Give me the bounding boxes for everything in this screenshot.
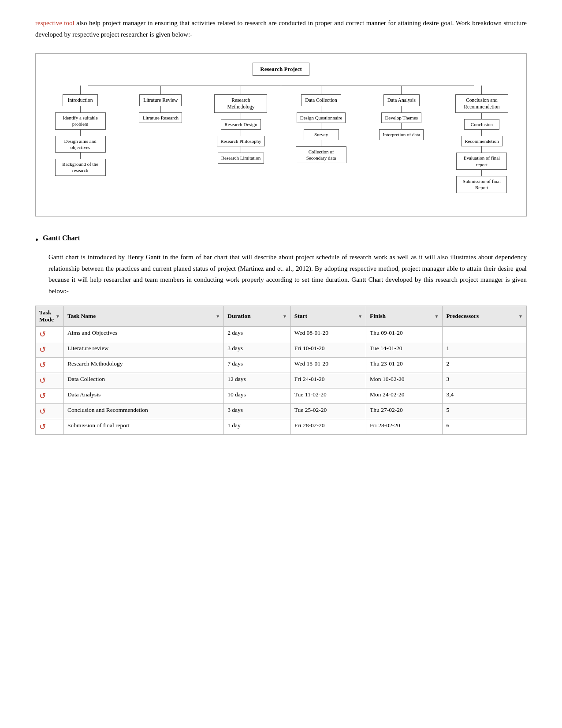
duration-cell-0: 2 days xyxy=(224,327,291,342)
wbs-child-2-0: Research Design xyxy=(221,119,261,130)
start-cell-1: Fri 10-01-20 xyxy=(290,342,366,358)
gantt-body-text: Gantt chart is introduced by Henry Gantt… xyxy=(48,252,527,297)
wbs-child-2-2: Research Limitation xyxy=(218,153,264,163)
duration-cell-2: 7 days xyxy=(224,358,291,373)
wbs-l1-node-1: Litrature Review xyxy=(139,94,182,106)
duration-cell-6: 1 day xyxy=(224,419,291,435)
th-duration: Duration▼ xyxy=(224,306,291,327)
start-cell-6: Fri 28-02-20 xyxy=(290,419,366,435)
wbs-child-4-0: Develop Themes xyxy=(381,112,421,123)
duration-cell-5: 3 days xyxy=(224,404,291,419)
wbs-child-0-1: Design aims and objectives xyxy=(55,136,106,153)
duration-cell-4: 10 days xyxy=(224,388,291,404)
sort-arrow-task_name[interactable]: ▼ xyxy=(216,314,220,319)
duration-cell-3: 12 days xyxy=(224,373,291,388)
sort-arrow-task_mode[interactable]: ▼ xyxy=(56,314,60,319)
sort-arrow-finish[interactable]: ▼ xyxy=(434,314,439,319)
duration-cell-1: 3 days xyxy=(224,342,291,358)
wbs-col-0: IntroductionIdentify a suitable problemD… xyxy=(40,86,120,176)
task-mode-icon-1: ↺ xyxy=(39,345,46,354)
wbs-child-5-1: Recommendetion xyxy=(461,136,502,146)
wbs-child-4-1: Interpretion of data xyxy=(379,129,424,140)
finish-cell-3: Mon 10-02-20 xyxy=(366,373,443,388)
th-task_name: Task Name▼ xyxy=(63,306,223,327)
start-cell-2: Wed 15-01-20 xyxy=(290,358,366,373)
wbs-col-5: Conclusion and RecommendetionConclusionR… xyxy=(442,86,522,193)
wbs-child-1-0: Litrature Research xyxy=(139,112,182,123)
gantt-table-body: ↺Aims and Objectives2 daysWed 08-01-20Th… xyxy=(36,327,527,435)
wbs-child-2-1: Research Philosophy xyxy=(217,136,265,146)
task-mode-cell-0: ↺ xyxy=(36,327,64,342)
wbs-col-4: Data AnalysisDevelop ThemesInterpretion … xyxy=(361,86,442,140)
wbs-l1-node-0: Introduction xyxy=(63,94,98,106)
task-mode-cell-4: ↺ xyxy=(36,388,64,404)
predecessors-cell-5: 5 xyxy=(443,404,527,419)
task-name-cell-1: Literature review xyxy=(63,342,223,358)
wbs-child-5-2: Evaluation of final report xyxy=(456,153,507,170)
wbs-child-3-2: Collection of Secondary data xyxy=(296,146,346,164)
task-name-cell-5: Conclusion and Recommendetion xyxy=(63,404,223,419)
th-finish: Finish▼ xyxy=(366,306,443,327)
table-row: ↺Submission of final report1 dayFri 28-0… xyxy=(36,419,527,435)
wbs-diagram: Research Project IntroductionIdentify a … xyxy=(35,53,527,217)
intro-paragraph: respective tool also help project manage… xyxy=(35,18,527,40)
task-mode-icon-5: ↺ xyxy=(39,407,46,416)
wbs-l1-node-5: Conclusion and Recommendetion xyxy=(455,94,508,113)
finish-cell-6: Fri 28-02-20 xyxy=(366,419,443,435)
predecessors-cell-1: 1 xyxy=(443,342,527,358)
table-row: ↺Aims and Objectives2 daysWed 08-01-20Th… xyxy=(36,327,527,342)
task-name-cell-0: Aims and Objectives xyxy=(63,327,223,342)
wbs-child-3-0: Design Questionnaire xyxy=(297,112,346,123)
finish-cell-2: Thu 23-01-20 xyxy=(366,358,443,373)
wbs-l1-node-3: Data Collection xyxy=(301,94,341,106)
task-mode-icon-3: ↺ xyxy=(39,376,46,385)
th-task_mode: Task Mode▼ xyxy=(36,306,64,327)
table-row: ↺Conclusion and Recommendetion3 daysTue … xyxy=(36,404,527,419)
task-name-cell-2: Research Methodology xyxy=(63,358,223,373)
predecessors-cell-2: 2 xyxy=(443,358,527,373)
wbs-col-1: Litrature ReviewLitrature Research xyxy=(120,86,201,123)
bullet-symbol: • xyxy=(35,235,38,245)
finish-cell-4: Mon 24-02-20 xyxy=(366,388,443,404)
table-row: ↺Data Collection12 daysFri 24-01-20Mon 1… xyxy=(36,373,527,388)
task-mode-cell-1: ↺ xyxy=(36,342,64,358)
th-predecessors: Predecessors▼ xyxy=(443,306,527,327)
table-row: ↺Research Methodology7 daysWed 15-01-20T… xyxy=(36,358,527,373)
task-mode-icon-0: ↺ xyxy=(39,330,46,339)
wbs-col-2: Research MethodologyResearch DesignResea… xyxy=(201,86,281,164)
wbs-col-3: Data CollectionDesign QuestionnaireSurve… xyxy=(281,86,361,163)
task-mode-icon-4: ↺ xyxy=(39,392,46,400)
link-text: respective tool xyxy=(35,19,74,26)
wbs-level1-row: IntroductionIdentify a suitable problemD… xyxy=(40,86,522,193)
wbs-child-0-2: Background of the research xyxy=(55,159,106,176)
th-start: Start▼ xyxy=(290,306,366,327)
wbs-child-3-1: Survey xyxy=(304,129,339,140)
wbs-child-0-0: Identify a suitable problem xyxy=(55,112,106,130)
sort-arrow-predecessors[interactable]: ▼ xyxy=(518,314,523,319)
sort-arrow-duration[interactable]: ▼ xyxy=(283,314,287,319)
task-mode-cell-2: ↺ xyxy=(36,358,64,373)
gantt-heading-row: • Gantt Chart xyxy=(35,234,527,246)
finish-cell-5: Thu 27-02-20 xyxy=(366,404,443,419)
wbs-child-5-3: Submission of final Report xyxy=(456,176,507,193)
task-mode-cell-5: ↺ xyxy=(36,404,64,419)
finish-cell-0: Thu 09-01-20 xyxy=(366,327,443,342)
wbs-child-5-0: Conclusion xyxy=(464,119,499,130)
sort-arrow-start[interactable]: ▼ xyxy=(358,314,362,319)
wbs-l1-node-2: Research Methodology xyxy=(214,94,267,113)
start-cell-4: Tue 11-02-20 xyxy=(290,388,366,404)
task-name-cell-4: Data Analysis xyxy=(63,388,223,404)
predecessors-cell-0 xyxy=(443,327,527,342)
start-cell-3: Fri 24-01-20 xyxy=(290,373,366,388)
start-cell-5: Tue 25-02-20 xyxy=(290,404,366,419)
gantt-table-header: Task Mode▼Task Name▼Duration▼Start▼Finis… xyxy=(36,306,527,327)
table-row: ↺Literature review3 daysFri 10-01-20Tue … xyxy=(36,342,527,358)
intro-body: also help project manager in ensuring th… xyxy=(35,19,527,38)
task-mode-cell-3: ↺ xyxy=(36,373,64,388)
task-name-cell-3: Data Collection xyxy=(63,373,223,388)
wbs-root-node: Research Project xyxy=(253,63,309,76)
task-mode-icon-6: ↺ xyxy=(39,422,46,431)
task-name-cell-6: Submission of final report xyxy=(63,419,223,435)
task-mode-cell-6: ↺ xyxy=(36,419,64,435)
gantt-table: Task Mode▼Task Name▼Duration▼Start▼Finis… xyxy=(35,306,527,435)
